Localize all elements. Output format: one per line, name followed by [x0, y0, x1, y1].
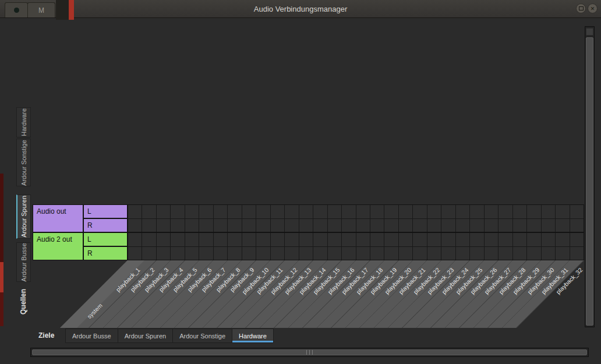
matrix-cell[interactable]	[370, 219, 384, 232]
matrix-cell[interactable]	[271, 233, 284, 246]
matrix-cell[interactable]	[413, 247, 426, 260]
matrix-cell[interactable]	[456, 247, 469, 260]
matrix-cell[interactable]	[499, 233, 512, 246]
matrix-cell[interactable]	[313, 205, 327, 218]
matrix-cell[interactable]	[441, 205, 455, 218]
matrix-cell[interactable]	[356, 219, 370, 232]
matrix-cell[interactable]	[384, 247, 398, 260]
matrix-cell[interactable]	[328, 205, 341, 218]
matrix-cell[interactable]	[456, 233, 469, 246]
matrix-cell[interactable]	[171, 247, 184, 260]
matrix-cell[interactable]	[570, 205, 584, 218]
matrix-cell[interactable]	[142, 233, 155, 246]
matrix-cell[interactable]	[499, 205, 512, 218]
matrix-cell[interactable]	[485, 205, 498, 218]
matrix-cell[interactable]	[214, 247, 227, 260]
matrix-cell[interactable]	[214, 219, 227, 232]
dest-tab-ardour-busse[interactable]: Ardour Busse	[65, 328, 118, 343]
matrix-cell[interactable]	[527, 205, 540, 218]
matrix-cell[interactable]	[527, 219, 540, 232]
matrix-cell[interactable]	[142, 247, 155, 260]
matrix-cell[interactable]	[128, 219, 142, 232]
matrix-cell[interactable]	[313, 247, 327, 260]
matrix-cell[interactable]	[384, 205, 398, 218]
matrix-cell[interactable]	[456, 219, 469, 232]
matrix-cell[interactable]	[271, 205, 284, 218]
horizontal-scrollbar-handle[interactable]	[32, 349, 587, 355]
matrix-cell[interactable]	[128, 233, 142, 246]
titlebar[interactable]: Audio Verbindungsmanager ✕	[0, 0, 601, 18]
matrix-cell[interactable]	[370, 205, 384, 218]
source-tab-ardour-spuren[interactable]: Ardour Spuren	[16, 195, 31, 239]
matrix-cell[interactable]	[384, 233, 398, 246]
matrix-cell[interactable]	[171, 219, 184, 232]
matrix-cell[interactable]	[299, 205, 313, 218]
matrix-cell[interactable]	[285, 219, 298, 232]
matrix-cell[interactable]	[242, 219, 256, 232]
matrix-cell[interactable]	[342, 219, 355, 232]
matrix-cell[interactable]	[399, 205, 412, 218]
matrix-cell[interactable]	[285, 233, 298, 246]
matrix-cell[interactable]	[413, 219, 426, 232]
matrix-cell[interactable]	[413, 233, 426, 246]
source-tab-ardour-sonstige[interactable]: Ardour Sonstige	[16, 139, 31, 186]
matrix-cell[interactable]	[470, 233, 483, 246]
matrix-cell[interactable]	[427, 233, 441, 246]
matrix-cell[interactable]	[342, 205, 355, 218]
matrix-cell[interactable]	[199, 219, 213, 232]
matrix-cell[interactable]	[441, 233, 455, 246]
matrix-cell[interactable]	[470, 247, 483, 260]
matrix-cell[interactable]	[356, 247, 370, 260]
matrix-cell[interactable]	[513, 247, 526, 260]
matrix-cell[interactable]	[157, 233, 170, 246]
matrix-cell[interactable]	[199, 247, 213, 260]
matrix-cell[interactable]	[271, 219, 284, 232]
vertical-scrollbar-stepper[interactable]	[586, 28, 593, 36]
unmaximize-button[interactable]	[576, 3, 586, 13]
matrix-cell[interactable]	[427, 247, 441, 260]
matrix-cell[interactable]	[242, 233, 256, 246]
matrix-cell[interactable]	[370, 233, 384, 246]
matrix-cell[interactable]	[299, 219, 313, 232]
matrix-cell[interactable]	[228, 247, 241, 260]
matrix-cell[interactable]	[185, 247, 199, 260]
matrix-cell[interactable]	[128, 247, 142, 260]
matrix-cell[interactable]	[299, 233, 313, 246]
close-button[interactable]: ✕	[588, 3, 598, 13]
channel-label[interactable]: R	[83, 246, 128, 260]
row-group-label-audio-2-out[interactable]: Audio 2 out	[33, 232, 83, 260]
matrix-cell[interactable]	[271, 247, 284, 260]
matrix-cell[interactable]	[328, 247, 341, 260]
matrix-cell[interactable]	[285, 247, 298, 260]
matrix-cell[interactable]	[214, 233, 227, 246]
matrix-cell[interactable]	[157, 205, 170, 218]
matrix-cell[interactable]	[570, 247, 584, 260]
matrix-cell[interactable]	[370, 247, 384, 260]
matrix-cell[interactable]	[570, 233, 584, 246]
horizontal-scrollbar[interactable]	[30, 348, 589, 357]
channel-label[interactable]: L	[83, 232, 128, 246]
dest-tab-ardour-spuren[interactable]: Ardour Spuren	[118, 328, 174, 343]
matrix-cell[interactable]	[285, 205, 298, 218]
matrix-cell[interactable]	[499, 247, 512, 260]
matrix-cell[interactable]	[399, 233, 412, 246]
vertical-scrollbar-handle[interactable]	[586, 37, 593, 326]
matrix-cell[interactable]	[556, 205, 569, 218]
matrix-cell[interactable]	[485, 219, 498, 232]
matrix-cell[interactable]	[256, 247, 270, 260]
matrix-cell[interactable]	[256, 205, 270, 218]
matrix-cell[interactable]	[328, 219, 341, 232]
matrix-cell[interactable]	[441, 247, 455, 260]
matrix-cell[interactable]	[527, 247, 540, 260]
matrix-cell[interactable]	[441, 219, 455, 232]
matrix-cell[interactable]	[128, 205, 142, 218]
matrix-cell[interactable]	[157, 219, 170, 232]
matrix-cell[interactable]	[185, 205, 199, 218]
matrix-cell[interactable]	[157, 247, 170, 260]
source-tab-hardware[interactable]: Hardware	[16, 107, 31, 137]
matrix-cell[interactable]	[485, 233, 498, 246]
matrix-cell[interactable]	[356, 233, 370, 246]
matrix-cell[interactable]	[513, 219, 526, 232]
matrix-cell[interactable]	[456, 205, 469, 218]
matrix-cell[interactable]	[470, 205, 483, 218]
